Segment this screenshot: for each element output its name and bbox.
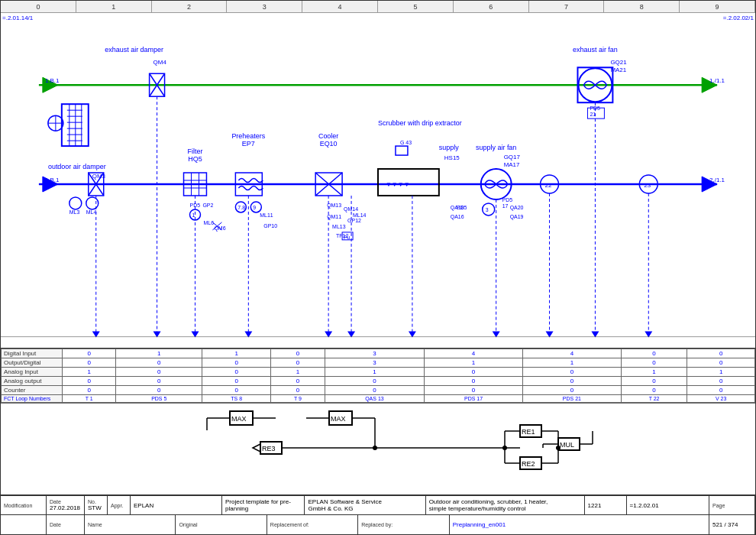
io-table-cell-1-2: 0 [202, 358, 271, 368]
svg-text:ML4: ML4 [86, 209, 97, 215]
footer-date-cell: Date 27.02.2018 [47, 496, 85, 514]
svg-marker-137 [253, 444, 260, 452]
svg-text:QA16: QA16 [451, 214, 464, 220]
main-container: 0 1 2 3 4 5 6 7 8 9 =.2.01.14/1 =.2.02.0… [0, 0, 756, 535]
svg-text:MAX: MAX [331, 415, 346, 423]
svg-text:outdoor air damper: outdoor air damper [48, 163, 106, 170]
io-table-row-label: Output/Digital [2, 358, 63, 368]
svg-text:QA20: QA20 [510, 205, 524, 211]
io-table-row-label: Analog Input [2, 368, 63, 377]
svg-text:QM4: QM4 [153, 59, 167, 66]
io-table-cell-3-8: 0 [687, 377, 755, 386]
ruler-col-3: 3 [227, 1, 302, 12]
svg-text:supply: supply [439, 144, 459, 151]
io-table-cell-3-7: 0 [621, 377, 687, 386]
footer-name-bottom: Name [85, 515, 176, 534]
io-table-cell-2-0: 1 [63, 368, 116, 377]
footer-date-bottom-label: Date [50, 522, 81, 527]
svg-text:supply air fan: supply air fan [476, 144, 516, 151]
io-table-cell-4-4: 0 [325, 386, 424, 395]
svg-text:exhaust air damper: exhaust air damper [105, 46, 163, 54]
svg-text:2./1.1: 2./1.1 [709, 177, 725, 183]
svg-text:PD5: PD5 [502, 197, 513, 203]
footer-replaced-by-label: Replaced by: [361, 522, 445, 527]
footer-no-value: STW [88, 504, 104, 511]
io-table-cell-3-1: 0 [116, 377, 202, 386]
svg-text:EP7: EP7 [242, 140, 255, 148]
io-table-cell-0-0: 0 [63, 349, 116, 358]
footer-description: Outdoor air conditioning, scrubber, 1 he… [426, 496, 585, 514]
footer-appr-label: Appr. [111, 503, 127, 508]
io-table-row-label: Analog output [2, 377, 63, 386]
io-table-cell-3-4: 0 [325, 377, 424, 386]
io-table: Digital Input011034400Output/Digital0000… [1, 348, 755, 403]
io-table-cell-4-3: 0 [271, 386, 325, 395]
ruler-col-2: 2 [152, 1, 228, 12]
svg-text:22: 22 [545, 182, 552, 189]
io-table-cell-1-5: 1 [425, 358, 523, 368]
io-table-row-label: Counter [2, 386, 63, 395]
io-table-cell-2-3: 1 [271, 368, 325, 377]
io-table-cell-5-4: QAS 13 [325, 395, 424, 403]
svg-text:GQ21: GQ21 [610, 59, 627, 66]
io-table-cell-0-6: 4 [523, 349, 622, 358]
footer-no-cell: No. STW [85, 496, 108, 514]
io-table-cell-3-0: 0 [63, 377, 116, 386]
svg-text:1: 1 [192, 212, 195, 218]
footer-company-name: EPLAN [134, 502, 218, 509]
svg-text:Fu: Fu [344, 235, 350, 240]
ruler-col-9: 9 [680, 1, 755, 12]
io-table-cell-1-1: 0 [116, 358, 202, 368]
io-table-cell-1-6: 1 [523, 358, 622, 368]
io-table-cell-5-1: PDS 5 [116, 395, 202, 403]
svg-text:GQ17: GQ17 [504, 154, 521, 160]
svg-text:GP10: GP10 [263, 223, 277, 229]
svg-text:17: 17 [502, 203, 509, 209]
footer-original-label: Original [179, 522, 263, 527]
io-table-cell-2-8: 1 [687, 368, 755, 377]
io-table-row-0: Digital Input011034400 [2, 349, 755, 358]
footer-replacement-label: Replacement of: [270, 522, 354, 527]
io-table-cell-0-2: 1 [202, 349, 271, 358]
svg-text:MA17: MA17 [504, 161, 520, 168]
footer-doc-num-value: 1221 [588, 502, 623, 509]
svg-text:MUL: MUL [560, 441, 574, 449]
io-table-row-4: Counter000000000 [2, 386, 755, 395]
io-table-cell-1-4: 3 [325, 358, 424, 368]
io-table-cell-5-7: T 22 [621, 395, 687, 403]
io-table-cell-5-5: PDS 17 [425, 395, 523, 403]
io-table-cell-2-6: 0 [523, 368, 622, 377]
footer-eplan-info: EPLAN Software & Service GmbH & Co. KG [305, 496, 425, 514]
io-table-cell-1-7: 0 [621, 358, 687, 368]
svg-text:GP2: GP2 [202, 203, 213, 208]
io-table-row-label: Digital Input [2, 349, 63, 358]
svg-text:▼▼▼▼: ▼▼▼▼ [386, 181, 410, 188]
svg-text:23: 23 [644, 182, 651, 189]
svg-text:QM13: QM13 [327, 203, 341, 209]
svg-point-164 [373, 446, 377, 450]
svg-text:RE3: RE3 [262, 445, 276, 452]
footer-mod-bottom [1, 515, 47, 534]
io-table-cell-4-0: 0 [63, 386, 116, 395]
footer: Modification Date 27.02.2018 No. STW App… [1, 494, 755, 534]
footer-project-template-text: Project template for pre-planning [225, 498, 301, 512]
svg-text:GP12: GP12 [347, 218, 361, 223]
svg-text:exhaust air fan: exhaust air fan [573, 46, 618, 54]
footer-name-label: Name [88, 522, 172, 527]
io-table-cell-4-1: 0 [116, 386, 202, 395]
ruler-col-4: 4 [302, 1, 378, 12]
footer-bottom-row: Date Name Original Replacement of: Repla… [1, 515, 755, 534]
svg-text:3: 3 [486, 207, 489, 212]
svg-text:ML6: ML6 [203, 220, 214, 225]
footer-company: EPLAN [131, 496, 222, 514]
footer-date-value: 27.02.2018 [50, 504, 81, 511]
io-table-row-1: Output/Digital000031100 [2, 358, 755, 368]
footer-eplan-company: EPLAN Software & Service [308, 498, 422, 505]
io-table-cell-5-8: V 23 [687, 395, 755, 403]
svg-text:Preheaters: Preheaters [231, 132, 265, 140]
column-ruler: 0 1 2 3 4 5 6 7 8 9 [1, 1, 755, 13]
io-table-cell-4-7: 0 [621, 386, 687, 395]
ruler-col-5: 5 [378, 1, 454, 12]
svg-point-22 [69, 197, 82, 209]
svg-text:PD5: PD5 [457, 205, 467, 210]
